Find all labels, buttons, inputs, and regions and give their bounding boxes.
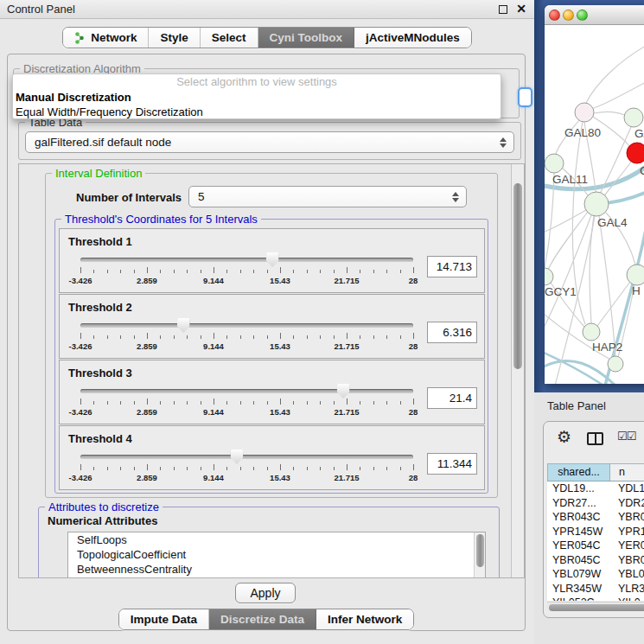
table-cell[interactable]: YDR27... xyxy=(547,496,609,511)
tab-discretize-data[interactable]: Discretize Data xyxy=(209,609,316,629)
node-selected-red[interactable] xyxy=(627,143,644,163)
table-row[interactable]: YBR043CYBR0 xyxy=(547,510,644,525)
tab-label: Impute Data xyxy=(131,613,197,626)
slider-thumb[interactable] xyxy=(177,318,190,333)
table-cell[interactable]: YBR0 xyxy=(609,553,644,568)
dropdown-item-equal-width[interactable]: Equal Width/Frequency Discretization xyxy=(13,105,501,119)
table-cell[interactable]: YLR345W xyxy=(547,582,609,596)
float-window-icon[interactable] xyxy=(499,5,507,14)
table-cell[interactable]: YIL0 xyxy=(609,596,644,601)
close-icon[interactable]: ✕ xyxy=(516,2,526,16)
panel-scrollbar-thumb[interactable] xyxy=(513,183,522,369)
table-row[interactable]: YLR345WYLR3 xyxy=(547,582,644,596)
table-cell[interactable]: YPR1 xyxy=(609,525,644,539)
table-cell[interactable]: YER054C xyxy=(547,539,609,553)
table-scrollbar-thumb[interactable] xyxy=(549,604,644,611)
checkbox-icons[interactable]: ☑☑ xyxy=(617,430,635,443)
slider-thumb[interactable] xyxy=(230,450,243,464)
threshold-2-value-field[interactable]: 6.316 xyxy=(427,322,477,343)
table-cell[interactable]: YBL079W xyxy=(547,567,609,582)
tab-cyni-toolbox[interactable]: Cyni Toolbox xyxy=(258,28,355,48)
slider-track[interactable] xyxy=(80,389,413,393)
threshold-4-slider[interactable]: -3.4262.8599.14415.4321.71528 xyxy=(80,450,413,488)
table-row[interactable]: YER054CYER0 xyxy=(547,539,644,553)
table-row[interactable]: YPR145WYPR1 xyxy=(547,525,644,539)
slider-ticks xyxy=(80,399,413,405)
threshold-1-value-field[interactable]: 14.713 xyxy=(427,256,477,277)
node-partial[interactable] xyxy=(608,356,623,372)
table-row[interactable]: YBL079WYBL0 xyxy=(547,567,644,582)
network-nodes[interactable] xyxy=(545,103,644,372)
table-cell[interactable]: YIL052C xyxy=(547,596,609,601)
threshold-4-value-field[interactable]: 11.344 xyxy=(427,453,477,475)
threshold-2-slider[interactable]: -3.4262.8599.14415.4321.71528 xyxy=(80,319,413,357)
table-cell[interactable]: YDR2 xyxy=(609,496,644,511)
tab-style[interactable]: Style xyxy=(149,28,200,48)
network-view-window[interactable]: GAL80 GA C GAL11 GAL4 GCY1 H HAP2 xyxy=(545,5,644,384)
algorithm-combobox-fragment[interactable] xyxy=(518,87,532,107)
node-gal80[interactable] xyxy=(575,103,594,122)
slider-track[interactable] xyxy=(80,323,413,328)
close-traffic-light-icon[interactable] xyxy=(549,10,560,21)
network-window-titlebar[interactable] xyxy=(545,5,644,25)
num-intervals-label: Number of Intervals xyxy=(76,191,182,204)
slider-thumb[interactable] xyxy=(266,252,279,267)
list-scrollbar[interactable] xyxy=(474,532,485,578)
column-header-shared-name[interactable]: shared... xyxy=(548,464,610,481)
dropdown-placeholder-item[interactable]: Select algorithm to view settings xyxy=(13,74,501,90)
threshold-1-slider[interactable]: -3.4262.8599.14415.4321.71528 xyxy=(80,253,413,291)
table-horizontal-scrollbar[interactable] xyxy=(547,602,644,611)
table-cell[interactable]: YLR3 xyxy=(609,582,644,596)
table-row[interactable]: YIL052CYIL0 xyxy=(547,596,644,601)
slider-tick-labels: -3.4262.8599.14415.4321.71528 xyxy=(80,407,413,418)
list-item[interactable]: SelfLoops xyxy=(68,532,485,547)
threshold-3-value-field[interactable]: 21.4 xyxy=(427,387,477,409)
node-gal4[interactable] xyxy=(584,192,609,216)
gear-icon[interactable]: ⚙ xyxy=(557,427,571,447)
node-hap2[interactable] xyxy=(583,323,600,341)
table-cell[interactable]: YPR145W xyxy=(547,525,609,539)
node-gal11[interactable] xyxy=(545,154,564,173)
num-intervals-combobox[interactable]: 5 xyxy=(188,186,467,207)
node-h[interactable] xyxy=(627,265,644,285)
zoom-traffic-light-icon[interactable] xyxy=(577,10,588,21)
node-label: C xyxy=(640,164,644,177)
table-row[interactable]: YBR045CYBR0 xyxy=(547,553,644,568)
tab-jactivemnodules[interactable]: jActiveMNodules xyxy=(354,28,471,48)
table-panel-title: Table Panel xyxy=(547,399,606,412)
table-cell[interactable]: YBR0 xyxy=(609,510,644,525)
minimize-traffic-light-icon[interactable] xyxy=(563,10,574,21)
column-layout-icon[interactable] xyxy=(587,432,603,445)
top-tab-control: Network Style Select Cyni Toolbox jActiv… xyxy=(62,27,472,48)
table-cell[interactable]: YDL1 xyxy=(609,481,644,496)
table-cell[interactable]: YBR045C xyxy=(547,553,609,568)
table-row[interactable]: YDR27...YDR2 xyxy=(547,496,644,511)
tab-impute-data[interactable]: Impute Data xyxy=(119,609,209,629)
threshold-3-slider[interactable]: -3.4262.8599.14415.4321.71528 xyxy=(80,385,413,423)
node-gcy1[interactable] xyxy=(545,268,553,285)
tab-label: Infer Network xyxy=(328,613,402,626)
table-cell[interactable]: YER0 xyxy=(609,539,644,553)
dropdown-item-manual[interactable]: Manual Discretization xyxy=(13,90,501,105)
slider-thumb[interactable] xyxy=(337,384,350,399)
table-cell[interactable]: YDL19... xyxy=(547,481,609,496)
table-row[interactable]: YDL19...YDL1 xyxy=(547,481,644,496)
list-scrollbar-thumb[interactable] xyxy=(476,534,484,567)
network-canvas[interactable]: GAL80 GA C GAL11 GAL4 GCY1 H HAP2 xyxy=(545,25,644,384)
panel-scrollbar[interactable] xyxy=(511,164,524,577)
tab-select[interactable]: Select xyxy=(201,28,258,48)
slider-track[interactable] xyxy=(80,455,413,459)
table-data-combobox[interactable]: galFiltered.sif default node xyxy=(25,131,514,153)
slider-ticks xyxy=(80,464,413,471)
tab-infer-network[interactable]: Infer Network xyxy=(316,609,413,629)
tab-network[interactable]: Network xyxy=(63,28,149,48)
node-ga[interactable] xyxy=(624,108,643,127)
node-attribute-table: shared... n YDL19...YDL1YDR27...YDR2YBR0… xyxy=(547,463,644,601)
list-item[interactable]: TopologicalCoefficient xyxy=(68,547,485,562)
table-cell[interactable]: YBR043C xyxy=(547,510,609,525)
column-header-name[interactable]: n xyxy=(610,464,644,481)
apply-button[interactable]: Apply xyxy=(235,583,296,603)
table-cell[interactable]: YBL0 xyxy=(609,567,644,582)
list-item[interactable]: BetweennessCentrality xyxy=(68,562,485,577)
slider-track[interactable] xyxy=(80,258,413,262)
